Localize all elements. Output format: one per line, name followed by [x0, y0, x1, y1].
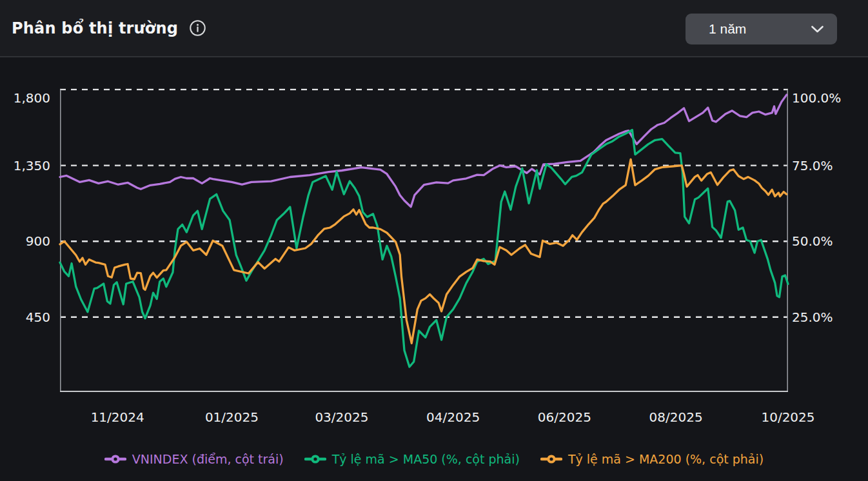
right-axis-tick-label: 50.0% — [792, 232, 864, 250]
right-axis-tick-label: 100.0% — [792, 89, 864, 107]
legend-item-0[interactable]: VNINDEX (điểm, cột trái) — [104, 452, 284, 466]
x-axis: 11/202401/202503/202504/202506/202508/20… — [60, 407, 788, 427]
info-icon[interactable] — [189, 19, 206, 37]
x-axis-tick-label: 11/2024 — [91, 407, 144, 427]
time-range-dropdown[interactable]: 1 năm — [686, 14, 837, 44]
legend-label: VNINDEX (điểm, cột trái) — [132, 452, 284, 466]
legend-marker-icon — [304, 454, 326, 464]
legend-item-2[interactable]: Tỷ lệ mã > MA200 (%, cột phải) — [540, 452, 764, 466]
time-range-value: 1 năm — [709, 21, 746, 37]
legend-item-1[interactable]: Tỷ lệ mã > MA50 (%, cột phải) — [304, 452, 520, 466]
x-axis-tick-label: 08/2025 — [649, 407, 703, 427]
right-axis-tick-label: 25.0% — [792, 308, 864, 326]
legend-label: Tỷ lệ mã > MA200 (%, cột phải) — [568, 452, 764, 466]
x-axis-tick-label: 03/2025 — [315, 407, 368, 427]
left-axis-tick-label: 1,350 — [0, 157, 50, 175]
series-line-0 — [60, 95, 787, 207]
right-axis-tick-label: 75.0% — [792, 157, 864, 175]
legend: VNINDEX (điểm, cột trái)Tỷ lệ mã > MA50 … — [0, 446, 868, 473]
x-axis-tick-label: 04/2025 — [426, 407, 480, 427]
legend-label: Tỷ lệ mã > MA50 (%, cột phải) — [332, 452, 520, 466]
x-axis-tick-label: 01/2025 — [205, 407, 259, 427]
right-axis: 100.0%75.0%50.0%25.0% — [792, 89, 867, 392]
left-axis-tick-label: 900 — [0, 232, 50, 250]
chevron-down-icon — [811, 25, 824, 34]
page-title: Phân bổ thị trường — [12, 19, 178, 37]
left-axis: 1,8001,350900450 — [0, 89, 52, 392]
x-axis-tick-label: 06/2025 — [538, 407, 591, 427]
plot-area[interactable] — [60, 89, 788, 392]
header: Phân bổ thị trường 1 năm — [0, 0, 868, 57]
x-axis-tick-label: 10/2025 — [761, 407, 814, 427]
left-axis-tick-label: 1,800 — [0, 89, 50, 107]
legend-marker-icon — [104, 454, 126, 464]
left-axis-tick-label: 450 — [0, 308, 50, 326]
legend-marker-icon — [540, 454, 562, 464]
